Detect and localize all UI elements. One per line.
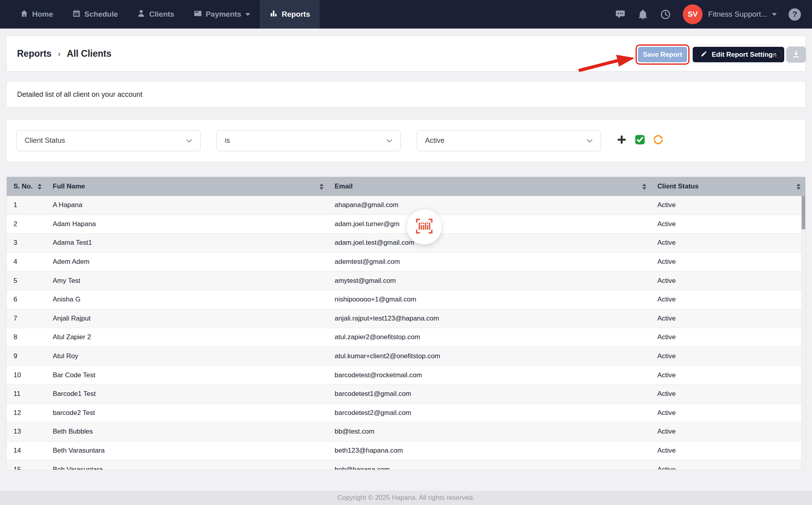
column-header-full-name[interactable]: Full Name [46, 177, 328, 196]
cell-name: Beth Bubbles [46, 428, 328, 436]
cell-sno: 15 [7, 466, 46, 470]
nav-item-label: Reports [282, 10, 310, 19]
cell-email: barcodetest1@gmail.com [328, 390, 651, 398]
filter-value-select[interactable]: Active [417, 130, 601, 151]
cell-name: Anisha G [46, 296, 328, 303]
cell-name: Atul Roy [46, 352, 328, 360]
cell-name: Anjali Rajput [46, 315, 328, 323]
chevron-down-icon [586, 139, 593, 143]
chevron-down-icon [772, 13, 777, 16]
cell-email: ahapana@gmail.com [328, 201, 651, 209]
filter-field-select[interactable]: Client Status [16, 130, 201, 151]
table-row[interactable]: 14Beth Varasuntarabeth123@hapana.comActi… [7, 442, 805, 461]
cell-name: A Hapana [46, 201, 328, 209]
cell-status: Active [651, 371, 805, 379]
nav-item-clients[interactable]: Clients [127, 0, 184, 29]
cell-status: Active [651, 409, 805, 417]
top-navbar: Home Schedule Clients Payments Reports [0, 0, 812, 29]
cell-email: bb@test.com [328, 428, 651, 436]
table-row[interactable]: 8Atul Zapier 2atul.zapier2@onefitstop.co… [7, 328, 805, 347]
footer: Copyright © 2025 Hapana. All rights rese… [0, 491, 812, 505]
cell-sno: 7 [7, 315, 46, 323]
table-row[interactable]: 12barcode2 Testbarcodetest2@gmail.comAct… [7, 404, 805, 423]
table-body: 1A Hapanaahapana@gmail.comActive2Adam Ha… [7, 196, 805, 470]
filter-card: Client Status is Active [6, 119, 806, 162]
cell-status: Active [651, 466, 805, 470]
cell-name: Beth Varasuntara [46, 447, 328, 455]
edit-report-settings-button[interactable]: Edit Report Settings [693, 47, 784, 62]
cell-name: Amy Test [46, 277, 328, 285]
edit-button-label: Edit Report Settings [712, 51, 776, 59]
report-header-card: Reports › All Clients Save Report Edit R… [6, 36, 806, 71]
help-icon[interactable]: ? [789, 8, 801, 21]
column-label: Email [335, 182, 352, 190]
table-row[interactable]: 4Adem Ademademtest@gmail.comActive [7, 253, 805, 272]
cell-name: barcode2 Test [46, 409, 328, 417]
table-row[interactable]: 3Adama Test1adam.joel.test@gmail.comActi… [7, 234, 805, 253]
report-description: Detailed list of all client on your acco… [17, 90, 142, 99]
table-row[interactable]: 13Beth Bubblesbb@test.comActive [7, 422, 805, 442]
clock-icon[interactable] [660, 9, 671, 20]
barcode-scan-button[interactable] [407, 209, 442, 244]
table-row[interactable]: 5Amy Testamytest@gmail.comActive [7, 271, 805, 290]
cell-email: beth123@hapana.com [328, 447, 651, 455]
table-scrollbar-track[interactable] [801, 196, 805, 470]
refresh-icon[interactable] [772, 48, 784, 61]
account-menu[interactable]: Fitness Support... [708, 10, 777, 19]
cell-sno: 8 [7, 333, 46, 341]
table-scrollbar-thumb[interactable] [802, 196, 806, 229]
cell-status: Active [651, 447, 805, 455]
cell-email: nishipooooo+1@gmail.com [328, 296, 651, 303]
filter-operator-select[interactable]: is [216, 130, 401, 151]
nav-items: Home Schedule Clients Payments Reports [0, 0, 320, 29]
nav-item-home[interactable]: Home [10, 0, 63, 29]
avatar[interactable]: SV [683, 4, 703, 24]
nav-item-reports[interactable]: Reports [260, 0, 320, 29]
chevron-down-icon [186, 139, 192, 143]
cell-sno: 13 [7, 428, 46, 436]
cell-status: Active [651, 239, 805, 247]
nav-item-label: Schedule [84, 10, 118, 19]
table-row[interactable]: 15Bob Varasuntarabob@hapana.comActive [7, 460, 805, 470]
nav-item-schedule[interactable]: Schedule [63, 0, 127, 29]
bell-icon[interactable] [638, 9, 648, 20]
table-row[interactable]: 10Bar Code Testbarcodetest@rocketmail.co… [7, 366, 805, 385]
chevron-down-icon [386, 139, 393, 143]
annotation-highlight-box: Save Report [636, 44, 689, 65]
table-row[interactable]: 1A Hapanaahapana@gmail.comActive [7, 196, 805, 215]
table-header: S. No. Full Name Email Client Status [7, 177, 805, 196]
save-report-button[interactable]: Save Report [638, 47, 687, 62]
filter-field-value: Client Status [25, 136, 65, 145]
table-row[interactable]: 9Atul Royatul.kumar+client2@onefitstop.c… [7, 347, 805, 366]
table-row[interactable]: 7Anjali Rajputanjali.rajput+test123@hapa… [7, 309, 805, 328]
breadcrumb-reports[interactable]: Reports [17, 48, 52, 59]
cell-email: anjali.rajput+test123@hapana.com [328, 315, 651, 323]
breadcrumb-all-clients: All Clients [67, 48, 111, 59]
cell-name: Adam Hapana [46, 220, 328, 228]
cell-name: Bar Code Test [46, 371, 328, 379]
cell-status: Active [651, 390, 805, 398]
apply-filter-check-icon[interactable] [634, 134, 646, 146]
column-header-client-status[interactable]: Client Status [651, 177, 805, 196]
download-button[interactable] [786, 46, 806, 63]
column-header-sno[interactable]: S. No. [7, 177, 46, 196]
barcode-icon [414, 218, 434, 236]
cell-sno: 14 [7, 447, 46, 455]
calendar-icon [72, 9, 81, 20]
add-filter-icon[interactable] [616, 134, 628, 146]
filter-value-value: Active [425, 136, 444, 145]
chat-icon[interactable] [615, 9, 626, 20]
nav-item-payments[interactable]: Payments [184, 0, 260, 29]
reset-filter-refresh-icon[interactable] [652, 134, 664, 146]
table-row[interactable]: 6Anisha Gnishipooooo+1@gmail.comActive [7, 290, 805, 309]
cell-sno: 2 [7, 220, 46, 228]
filter-operator-value: is [225, 136, 230, 145]
cell-email: atul.kumar+client2@onefitstop.com [328, 352, 651, 360]
table-row[interactable]: 2Adam Hapanaadam.joel.turner@gmActive [7, 215, 805, 234]
table-row[interactable]: 11Barcode1 Testbarcodetest1@gmail.comAct… [7, 385, 805, 404]
breadcrumb-separator: › [58, 49, 61, 58]
breadcrumb: Reports › All Clients [17, 36, 111, 71]
column-header-email[interactable]: Email [328, 177, 651, 196]
cell-sno: 11 [7, 390, 46, 398]
sort-icon [38, 184, 42, 190]
